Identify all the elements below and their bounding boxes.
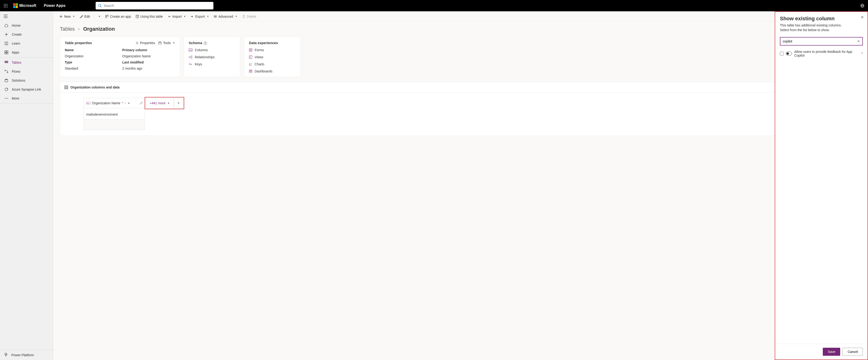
sidebar-item-more[interactable]: More	[0, 94, 53, 103]
relationship-icon	[189, 55, 192, 59]
sidebar-item-tables[interactable]: Tables	[0, 58, 53, 67]
svg-rect-26	[6, 61, 7, 62]
app-name: Power Apps	[44, 3, 65, 8]
panel-search[interactable]: ✕	[780, 37, 863, 46]
svg-line-61	[190, 56, 191, 57]
svg-point-51	[215, 17, 216, 17]
toolbox-icon	[158, 41, 162, 45]
svg-rect-23	[5, 53, 6, 54]
svg-point-2	[7, 4, 7, 5]
edit-icon	[80, 15, 83, 18]
using-table-button[interactable]: Using this table	[134, 13, 165, 20]
breadcrumb-current: Organization	[83, 26, 115, 32]
svg-point-8	[7, 7, 7, 7]
save-button[interactable]: Save	[823, 348, 840, 356]
grid-icon	[4, 61, 8, 64]
more-columns-button[interactable]: +441 more ▼	[146, 98, 174, 108]
svg-rect-27	[7, 61, 8, 62]
home-icon	[4, 24, 8, 27]
search-input[interactable]	[104, 4, 211, 7]
chevron-down-icon: ▼	[128, 102, 130, 105]
hamburger-icon[interactable]	[0, 12, 53, 21]
edit-dropdown[interactable]: ▼	[96, 14, 102, 19]
card-title: Data experiences	[249, 41, 278, 45]
sidebar-item-create[interactable]: Create	[0, 30, 53, 39]
table-icon	[136, 15, 139, 18]
sidebar-item-solutions[interactable]: Solutions	[0, 76, 53, 85]
sidebar-item-label: Azure Synapse Link	[12, 87, 41, 91]
svg-rect-75	[249, 72, 252, 73]
clear-icon[interactable]: ✕	[857, 39, 860, 43]
prop-primary-label: Primary column	[122, 48, 175, 52]
info-icon[interactable]: i	[204, 41, 207, 45]
microsoft-logo: Microsoft	[13, 3, 36, 8]
edit-icon[interactable]	[140, 101, 142, 105]
table-row-empty[interactable]	[84, 120, 145, 130]
apps-icon	[4, 51, 8, 54]
forms-link[interactable]: Forms	[249, 48, 296, 52]
keys-link[interactable]: Keys	[189, 62, 235, 66]
sidebar-item-apps[interactable]: Apps	[0, 48, 53, 57]
sidebar-item-label: Tables	[12, 61, 21, 64]
breadcrumb-separator: ›	[78, 26, 80, 32]
dashboards-link[interactable]: Dashboards	[249, 70, 296, 73]
sidebar-item-home[interactable]: Home	[0, 21, 53, 30]
svg-point-3	[4, 5, 5, 6]
sidebar-item-learn[interactable]: Learn	[0, 39, 53, 48]
table-row[interactable]: mattsdevenvironment	[84, 109, 145, 120]
panel-search-input[interactable]	[783, 39, 857, 43]
svg-point-52	[216, 16, 217, 16]
properties-link[interactable]: Properties	[135, 41, 155, 45]
prop-modified-value: 2 months ago	[122, 66, 175, 70]
gear-icon	[135, 41, 139, 45]
charts-link[interactable]: Charts	[249, 62, 296, 66]
chevron-down-icon: ▼	[235, 15, 238, 18]
solutions-icon	[4, 79, 8, 82]
svg-line-62	[190, 57, 191, 58]
panel-title: Show existing column	[780, 16, 863, 22]
column-header-primary[interactable]: Abc Organization Name* ↑ ▼	[84, 98, 145, 108]
svg-rect-42	[107, 15, 108, 16]
sidebar-item-synapse[interactable]: Azure Synapse Link	[0, 85, 53, 94]
column-option[interactable]: Allow users to provide feedback for App …	[780, 50, 863, 57]
book-icon	[4, 41, 8, 45]
section-title: Organization columns and data	[70, 85, 119, 89]
global-header: Microsoft Power Apps	[0, 0, 868, 11]
cancel-button[interactable]: Cancel	[843, 348, 863, 356]
environment-icon[interactable]	[859, 2, 866, 9]
required-star: *	[122, 101, 123, 105]
import-button[interactable]: Import ▼	[165, 13, 188, 20]
sidebar-item-label: Solutions	[12, 79, 25, 82]
relationships-link[interactable]: Relationships	[189, 55, 235, 59]
sidebar-footer[interactable]: Power Platform	[0, 350, 53, 360]
advanced-button[interactable]: Advanced ▼	[212, 13, 239, 20]
svg-rect-25	[5, 61, 6, 62]
close-button[interactable]: ✕	[861, 15, 864, 20]
delete-icon	[242, 15, 245, 18]
svg-rect-30	[7, 62, 8, 63]
flow-icon	[4, 70, 8, 73]
chevron-down-icon: ▼	[72, 15, 75, 18]
create-app-button[interactable]: Create an app	[103, 13, 133, 20]
add-column-button[interactable]: +	[174, 98, 183, 108]
delete-button[interactable]: Delete	[240, 13, 258, 20]
checkbox[interactable]	[780, 52, 783, 55]
svg-rect-41	[105, 15, 107, 16]
export-button[interactable]: Export ▼	[189, 13, 211, 20]
svg-rect-28	[5, 62, 6, 63]
tools-link[interactable]: Tools ▼	[158, 41, 175, 45]
svg-rect-21	[5, 51, 6, 52]
views-link[interactable]: Views	[249, 55, 296, 59]
svg-rect-76	[65, 86, 68, 89]
sidebar-item-label: Flows	[12, 70, 21, 73]
microsoft-logo-icon	[13, 3, 18, 8]
svg-rect-74	[251, 70, 252, 71]
app-launcher-icon[interactable]	[2, 2, 9, 9]
sidebar-footer-label: Power Platform	[11, 353, 34, 357]
columns-link[interactable]: Abc Columns	[189, 48, 235, 52]
sidebar-item-flows[interactable]: Flows	[0, 67, 53, 76]
breadcrumb-root[interactable]: Tables	[60, 26, 75, 32]
edit-button[interactable]: Edit	[78, 13, 92, 20]
search-box[interactable]	[96, 2, 213, 9]
new-button[interactable]: New ▼	[58, 13, 77, 20]
